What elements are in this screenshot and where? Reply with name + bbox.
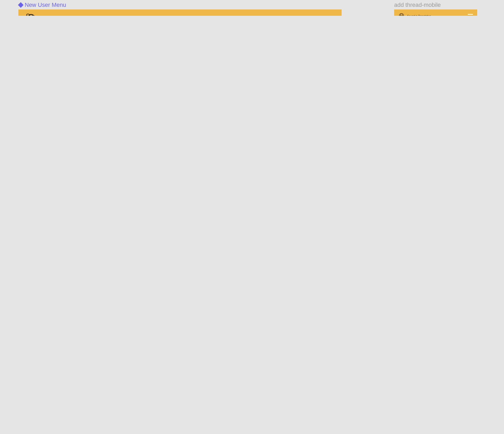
header: A Found in Translation [394, 9, 477, 16]
component-icon [18, 3, 23, 7]
logo[interactable]: あ A Found in Translation [26, 14, 77, 16]
globe-translate-icon: あ A [26, 14, 37, 16]
header: あ A Found in Translation Home Login Sign… [18, 9, 342, 16]
svg-point-22 [400, 13, 403, 16]
mobile-frame: A Found in Translation START NEW THREAD … [394, 9, 477, 16]
desktop-frame: あ A Found in Translation Home Login Sign… [18, 9, 342, 16]
mobile-frame-label[interactable]: add thread-mobile [394, 2, 441, 8]
desktop-frame-label[interactable]: New User Menu [18, 2, 66, 8]
svg-point-21 [399, 13, 404, 16]
frame-label-text: New User Menu [25, 2, 66, 8]
svg-text:あ: あ [27, 14, 29, 16]
globe-translate-icon: A [398, 13, 405, 16]
brand-name: Found in Translation [407, 15, 431, 16]
hamburger-menu-icon[interactable] [468, 14, 473, 16]
frame-label-text: add thread-mobile [394, 2, 441, 8]
